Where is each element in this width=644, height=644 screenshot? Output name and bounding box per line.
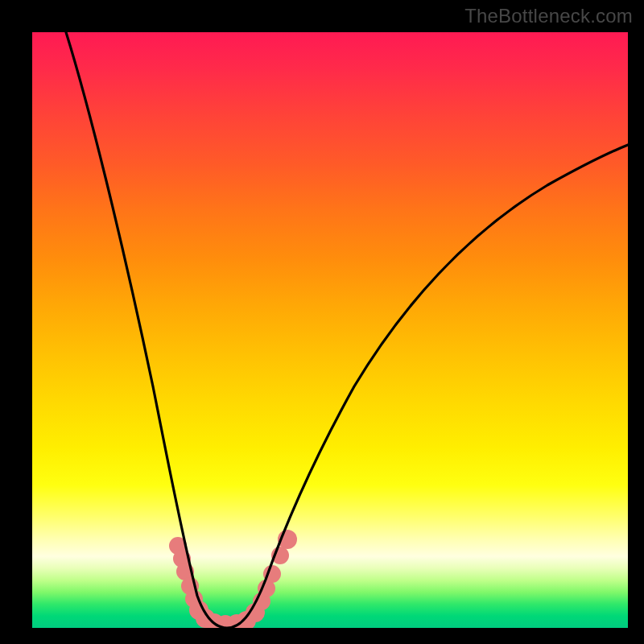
plot-area bbox=[32, 32, 628, 628]
bottleneck-curve bbox=[66, 32, 628, 628]
chart-frame: TheBottleneck.com bbox=[0, 0, 644, 644]
watermark: TheBottleneck.com bbox=[464, 5, 633, 27]
curve-layer bbox=[32, 32, 628, 628]
